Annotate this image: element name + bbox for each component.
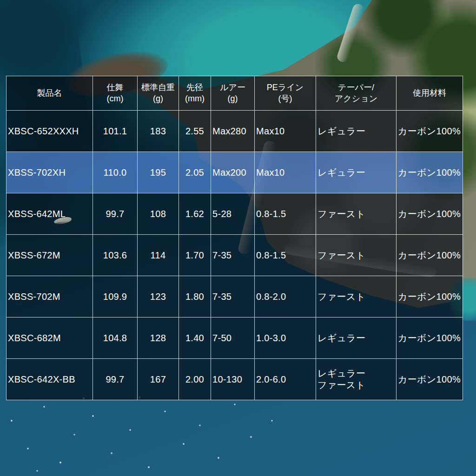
col-header-lure-weight: ルアー (g) — [211, 76, 255, 111]
cell-product-name: XBSS-642ML — [7, 193, 93, 235]
cell-taper-action: ファースト — [316, 235, 397, 276]
cell-material: カーボン100% — [397, 276, 463, 317]
cell-product-name: XBSC-642X-BB — [7, 359, 93, 400]
cell-lure-weight: Max200 — [211, 152, 255, 193]
table-row[interactable]: XBSC-642X-BB 99.7 167 2.00 10-130 2.0-6.… — [7, 359, 463, 400]
cell-material: カーボン100% — [397, 317, 463, 359]
cell-standard-weight: 114 — [138, 235, 179, 276]
cell-pe-line: 0.8-2.0 — [255, 276, 316, 317]
cell-material: カーボン100% — [397, 111, 463, 152]
cell-material: カーボン100% — [397, 235, 463, 276]
cell-product-name: XBSC-652XXXH — [7, 111, 93, 152]
cell-closed-length: 101.1 — [93, 111, 138, 152]
col-header-material: 使用材料 — [397, 76, 463, 111]
cell-pe-line: 0.8-1.5 — [255, 235, 316, 276]
col-header-standard-weight: 標準自重 (g) — [138, 76, 179, 111]
cell-tip-diameter: 1.70 — [179, 235, 211, 276]
cell-pe-line: 2.0-6.0 — [255, 359, 316, 400]
cell-closed-length: 109.9 — [93, 276, 138, 317]
spec-table: 製品名 仕舞 (cm) 標準自重 (g) 先径 (mm) ルアー (g) PEラ… — [6, 76, 463, 400]
cell-tip-diameter: 1.62 — [179, 193, 211, 235]
cell-taper-action: ファースト — [316, 193, 397, 235]
cell-material: カーボン100% — [397, 193, 463, 235]
cell-tip-diameter: 2.00 — [179, 359, 211, 400]
cell-tip-diameter: 1.80 — [179, 276, 211, 317]
table-row[interactable]: XBSS-702M 109.9 123 1.80 7-35 0.8-2.0 ファ… — [7, 276, 463, 317]
table-row-selected[interactable]: XBSS-702XH 110.0 195 2.05 Max200 Max10 レ… — [7, 152, 463, 193]
cell-closed-length: 99.7 — [93, 193, 138, 235]
cell-standard-weight: 183 — [138, 111, 179, 152]
table-row[interactable]: XBSS-642ML 99.7 108 1.62 5-28 0.8-1.5 ファ… — [7, 193, 463, 235]
cell-tip-diameter: 2.55 — [179, 111, 211, 152]
table-row[interactable]: XBSS-672M 103.6 114 1.70 7-35 0.8-1.5 ファ… — [7, 235, 463, 276]
cell-closed-length: 104.8 — [93, 317, 138, 359]
cell-lure-weight: Max280 — [211, 111, 255, 152]
col-header-product-name: 製品名 — [7, 76, 93, 111]
cell-pe-line: 1.0-3.0 — [255, 317, 316, 359]
col-header-taper-action: テーパー/ アクション — [316, 76, 397, 111]
cell-tip-diameter: 2.05 — [179, 152, 211, 193]
cell-taper-action: ファースト — [316, 276, 397, 317]
cell-closed-length: 99.7 — [93, 359, 138, 400]
cell-material: カーボン100% — [397, 359, 463, 400]
table-row[interactable]: XBSC-682M 104.8 128 1.40 7-50 1.0-3.0 レギ… — [7, 317, 463, 359]
wave-sparkles — [0, 393, 288, 476]
cell-material: カーボン100% — [397, 152, 463, 193]
col-header-tip-diameter: 先径 (mm) — [179, 76, 211, 111]
cell-standard-weight: 195 — [138, 152, 179, 193]
table-row[interactable]: XBSC-652XXXH 101.1 183 2.55 Max280 Max10… — [7, 111, 463, 152]
cell-pe-line: 0.8-1.5 — [255, 193, 316, 235]
cell-lure-weight: 10-130 — [211, 359, 255, 400]
cell-lure-weight: 7-50 — [211, 317, 255, 359]
cell-product-name: XBSS-702M — [7, 276, 93, 317]
cell-tip-diameter: 1.40 — [179, 317, 211, 359]
cell-lure-weight: 7-35 — [211, 276, 255, 317]
cell-standard-weight: 167 — [138, 359, 179, 400]
cell-standard-weight: 123 — [138, 276, 179, 317]
cell-closed-length: 110.0 — [93, 152, 138, 193]
cell-product-name: XBSC-682M — [7, 317, 93, 359]
cell-taper-action: レギュラー — [316, 111, 397, 152]
cell-taper-action: レギュラー — [316, 317, 397, 359]
cell-product-name: XBSS-702XH — [7, 152, 93, 193]
cell-taper-action: レギュラー — [316, 152, 397, 193]
cell-taper-action: レギュラー ファースト — [316, 359, 397, 400]
col-header-closed-length: 仕舞 (cm) — [93, 76, 138, 111]
cell-closed-length: 103.6 — [93, 235, 138, 276]
cell-standard-weight: 108 — [138, 193, 179, 235]
cell-pe-line: Max10 — [255, 111, 316, 152]
cell-pe-line: Max10 — [255, 152, 316, 193]
header-row: 製品名 仕舞 (cm) 標準自重 (g) 先径 (mm) ルアー (g) PEラ… — [7, 76, 463, 111]
cell-product-name: XBSS-672M — [7, 235, 93, 276]
cell-lure-weight: 5-28 — [211, 193, 255, 235]
cell-lure-weight: 7-35 — [211, 235, 255, 276]
cell-standard-weight: 128 — [138, 317, 179, 359]
col-header-pe-line: PEライン (号) — [255, 76, 316, 111]
